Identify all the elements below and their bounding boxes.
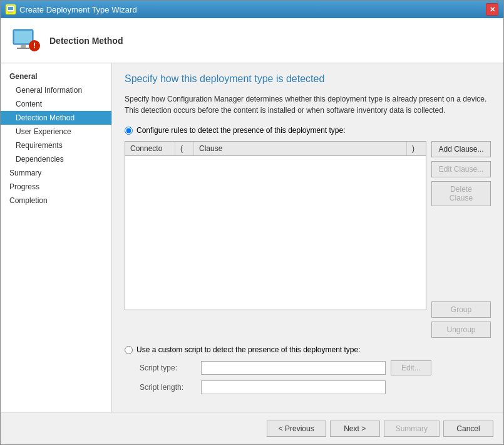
col-close-paren: ) — [407, 142, 426, 155]
svg-rect-6 — [21, 45, 26, 48]
header-icon: ! — [11, 26, 41, 56]
summary-button[interactable]: Summary — [384, 421, 440, 437]
table-body: ! — [125, 156, 426, 306]
svg-rect-2 — [9, 11, 12, 13]
sidebar-item-content[interactable]: Content — [1, 97, 111, 111]
col-clause: Clause — [194, 142, 407, 155]
detection-table-area: Connecto ( Clause ) ! Add Clause... Edit… — [125, 141, 491, 338]
wizard-footer: < Previous Next > Summary Cancel — [1, 412, 503, 444]
detection-table: Connecto ( Clause ) ! — [125, 141, 426, 310]
title-bar-left: Create Deployment Type Wizard — [6, 4, 137, 14]
sidebar: General General InformationContentDetect… — [1, 63, 112, 412]
radio-configure-option: Configure rules to detect the presence o… — [125, 126, 491, 135]
previous-button[interactable]: < Previous — [267, 421, 326, 437]
content-area: General General InformationContentDetect… — [1, 63, 503, 412]
sidebar-item-detection-method[interactable]: Detection Method — [1, 111, 111, 125]
title-bar: Create Deployment Type Wizard ✕ — [1, 1, 503, 18]
sidebar-group-general: General — [1, 70, 111, 83]
table-header: Connecto ( Clause ) — [125, 142, 426, 156]
svg-rect-1 — [8, 7, 13, 10]
script-type-label: Script type: — [140, 364, 196, 372]
description-text: Specify how Configuration Manager determ… — [125, 93, 491, 116]
sidebar-item-requirements[interactable]: Requirements — [1, 139, 111, 152]
col-connector: Connecto — [125, 142, 175, 155]
radio-script-option: Use a custom script to detect the presen… — [125, 345, 491, 354]
sidebar-item-progress[interactable]: Progress — [1, 180, 111, 194]
svg-rect-5 — [14, 31, 32, 43]
sidebar-item-completion[interactable]: Completion — [1, 194, 111, 207]
sidebar-item-summary[interactable]: Summary — [1, 166, 111, 180]
sidebar-item-general-information[interactable]: General Information — [1, 83, 111, 97]
close-button[interactable]: ✕ — [486, 3, 498, 16]
script-length-row: Script length: — [125, 380, 491, 394]
svg-text:!: ! — [33, 41, 36, 50]
sidebar-item-user-experience[interactable]: User Experience — [1, 125, 111, 139]
delete-clause-button[interactable]: Delete Clause — [431, 181, 491, 206]
script-length-label: Script length: — [140, 383, 196, 392]
radio-script[interactable] — [125, 346, 133, 354]
radio-configure[interactable] — [125, 127, 133, 135]
radio-configure-label: Configure rules to detect the presence o… — [136, 126, 346, 135]
main-content: Specify how this deployment type is dete… — [112, 63, 503, 412]
edit-clause-button[interactable]: Edit Clause... — [431, 161, 491, 177]
svg-rect-7 — [17, 48, 29, 49]
script-type-input[interactable] — [201, 361, 386, 375]
header-title: Detection Method — [49, 36, 123, 46]
radio-script-label: Use a custom script to detect the presen… — [136, 345, 361, 354]
svg-rect-3 — [8, 13, 13, 13]
side-buttons: Add Clause... Edit Clause... Delete Clau… — [431, 141, 491, 338]
script-type-row: Script type: Edit... — [125, 360, 491, 375]
script-length-input[interactable] — [201, 380, 386, 394]
add-clause-button[interactable]: Add Clause... — [431, 141, 491, 157]
group-button[interactable]: Group — [431, 301, 491, 318]
ungroup-button[interactable]: Ungroup — [431, 322, 491, 338]
wizard-window: Create Deployment Type Wizard ✕ ! Detect… — [0, 0, 504, 445]
sidebar-item-dependencies[interactable]: Dependencies — [1, 152, 111, 166]
window-title: Create Deployment Type Wizard — [19, 5, 137, 14]
next-button[interactable]: Next > — [330, 421, 380, 437]
app-icon — [6, 4, 16, 14]
col-open-paren: ( — [175, 142, 194, 155]
wizard-header: ! Detection Method — [1, 18, 503, 63]
page-title: Specify how this deployment type is dete… — [125, 73, 491, 85]
script-edit-button[interactable]: Edit... — [391, 360, 431, 375]
cancel-button[interactable]: Cancel — [443, 421, 493, 437]
